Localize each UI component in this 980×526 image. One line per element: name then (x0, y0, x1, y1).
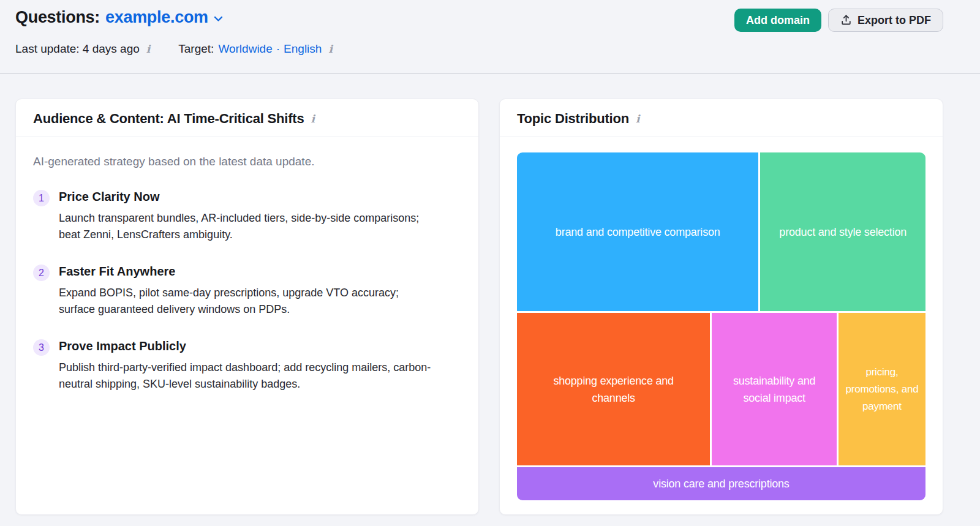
strategy-card-title: Audience & Content: AI Time-Critical Shi… (33, 111, 304, 127)
strategy-item-description: Expand BOPIS, pilot same-day prescriptio… (59, 285, 434, 318)
treemap-cell-vision-care-and-prescriptions[interactable]: vision care and prescriptions (517, 467, 925, 500)
page-header: Questions: example.com Add domain (0, 0, 980, 56)
main-content: Audience & Content: AI Time-Critical Shi… (0, 79, 980, 515)
treemap-row: vision care and prescriptions (517, 467, 925, 500)
treemap-cell-product-and-style-selection[interactable]: product and style selection (760, 152, 925, 311)
step-number-badge: 2 (33, 265, 50, 281)
last-update-text: Last update: 4 days ago (15, 42, 140, 56)
info-icon[interactable]: i (328, 44, 332, 54)
treemap-cell-shopping-experience-and-channels[interactable]: shopping experience and channels (517, 313, 710, 465)
topic-card-body: brand and competitive comparison product… (500, 137, 943, 515)
chevron-down-icon[interactable] (214, 16, 223, 22)
info-icon[interactable]: i (146, 44, 150, 54)
target-region-link[interactable]: Worldwide (218, 42, 272, 56)
topic-card-title: Topic Distribution (517, 111, 629, 127)
strategy-item-description: Launch transparent bundles, AR-included … (59, 210, 434, 243)
treemap-row: brand and competitive comparison product… (517, 152, 925, 311)
topic-card-header: Topic Distribution i (500, 99, 943, 137)
step-number-badge: 1 (33, 190, 50, 206)
target-language-link[interactable]: English (284, 42, 322, 56)
add-domain-button[interactable]: Add domain (734, 9, 821, 32)
strategy-item-description: Publish third-party-verified impact dash… (59, 359, 434, 393)
page-title-label: Questions: (15, 8, 100, 27)
page: Questions: example.com Add domain (0, 0, 980, 515)
strategy-card-body: AI-generated strategy based on the lates… (16, 137, 478, 429)
strategy-item-title: Price Clarity Now (59, 190, 434, 204)
strategy-subtitle: AI-generated strategy based on the lates… (33, 155, 461, 168)
domain-selector[interactable]: example.com (105, 8, 208, 27)
treemap-cell-brand-and-competitive-comparison[interactable]: brand and competitive comparison (517, 152, 758, 311)
target: Target: Worldwide · English i (178, 42, 333, 56)
header-actions: Add domain Export to PDF (734, 8, 943, 32)
last-update: Last update: 4 days ago i (15, 42, 150, 56)
treemap-cell-sustainability-and-social-impact[interactable]: sustainability and social impact (712, 313, 837, 465)
header-divider (0, 73, 980, 74)
target-separator: · (276, 42, 280, 56)
strategy-item-2: 2 Faster Fit Anywhere Expand BOPIS, pilo… (33, 264, 461, 318)
treemap-row: shopping experience and channels sustain… (517, 313, 925, 465)
step-number-badge: 3 (33, 339, 50, 356)
strategy-item-3: 3 Prove Impact Publicly Publish third-pa… (33, 339, 461, 393)
strategy-item-title: Prove Impact Publicly (59, 339, 434, 353)
export-button-label: Export to PDF (858, 14, 931, 27)
strategy-item-1: 1 Price Clarity Now Launch transparent b… (33, 189, 461, 243)
info-icon[interactable]: i (636, 114, 639, 124)
export-icon (840, 15, 852, 26)
topic-treemap: brand and competitive comparison product… (517, 152, 925, 500)
strategy-card: Audience & Content: AI Time-Critical Shi… (15, 99, 479, 515)
treemap-cell-pricing-promotions-and-payment[interactable]: pricing, promotions, and payment (839, 313, 925, 465)
strategy-card-header: Audience & Content: AI Time-Critical Shi… (16, 99, 478, 137)
target-label: Target: (178, 42, 214, 56)
info-icon[interactable]: i (311, 114, 314, 124)
strategy-item-title: Faster Fit Anywhere (59, 265, 434, 279)
topic-distribution-card: Topic Distribution i brand and competiti… (499, 99, 943, 515)
export-to-pdf-button[interactable]: Export to PDF (828, 9, 943, 32)
page-title: Questions: example.com (15, 8, 223, 27)
